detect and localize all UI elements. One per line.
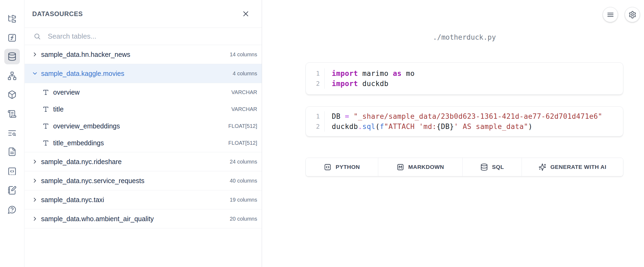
chevron-right-icon xyxy=(32,158,38,165)
rail-btn-dependencies[interactable] xyxy=(4,68,20,84)
column-name: title xyxy=(53,105,64,113)
text-type-icon xyxy=(42,89,49,96)
gear-icon xyxy=(628,11,636,19)
text-type-icon xyxy=(42,140,49,146)
rail-btn-logs[interactable] xyxy=(4,106,20,122)
rail-btn-file-tree[interactable] xyxy=(4,11,20,27)
rail-btn-documentation[interactable] xyxy=(4,144,20,160)
search-tables-input[interactable] xyxy=(47,32,256,41)
table-name: sample_data.nyc.taxi xyxy=(41,196,104,204)
chevron-down-icon xyxy=(32,70,38,77)
code-line: import duckdb xyxy=(332,79,415,89)
function-square-icon xyxy=(8,33,17,42)
table-column-count: 20 columns xyxy=(230,216,257,222)
notebook-filename: ./motherduck.py xyxy=(305,33,623,41)
table-name: sample_data.nyc.service_requests xyxy=(41,177,144,185)
add-sql-cell-button[interactable]: SQL xyxy=(463,158,522,176)
panel-title: DATASOURCES xyxy=(32,10,83,18)
code-cell[interactable]: 12import marimo as moimport duckdb xyxy=(305,62,623,95)
table-name: sample_data.hn.hacker_news xyxy=(41,51,130,58)
network-icon xyxy=(8,71,17,80)
app-root: DATASOURCES sample_data.hn.hacker_news14… xyxy=(0,0,644,267)
table-row[interactable]: sample_data.who.ambient_air_quality20 co… xyxy=(25,209,262,228)
table-column-count: 4 columns xyxy=(233,71,257,77)
code-area: DB = "_share/sample_data/23b0d623-1361-4… xyxy=(325,111,602,132)
table-column-count: 14 columns xyxy=(230,51,257,58)
code-area: import marimo as moimport duckdb xyxy=(325,68,415,89)
add-markdown-cell-button[interactable]: MARKDOWN xyxy=(378,158,463,176)
add-cell-bar: PYTHON MARKDOWN SQL GENERATE WITH AI xyxy=(305,158,623,176)
generate-with-ai-button[interactable]: GENERATE WITH AI xyxy=(522,158,623,176)
datasources-panel: DATASOURCES sample_data.hn.hacker_news14… xyxy=(25,0,262,267)
search-icon xyxy=(34,33,41,40)
rail-btn-function-square[interactable] xyxy=(4,30,20,46)
table-row[interactable]: sample_data.nyc.service_requests40 colum… xyxy=(25,171,262,190)
text-search-icon xyxy=(8,128,17,138)
sparkles-icon xyxy=(539,163,546,171)
column-name: overview xyxy=(53,88,80,96)
code-line: duckdb.sql(f"ATTACH 'md:{DB}' AS sample_… xyxy=(332,121,602,132)
rail-btn-help[interactable] xyxy=(4,202,20,217)
column-type: VARCHAR xyxy=(231,89,257,95)
close-icon xyxy=(242,10,249,17)
column-name: overview_embeddings xyxy=(53,122,120,130)
code-line: DB = "_share/sample_data/23b0d623-1361-4… xyxy=(332,111,602,121)
generate-with-ai-label: GENERATE WITH AI xyxy=(550,164,606,170)
table-name: sample_data.nyc.rideshare xyxy=(41,158,122,166)
notebook-content: ./motherduck.py 12import marimo as moimp… xyxy=(305,0,623,267)
rail-btn-scratchpad[interactable] xyxy=(4,183,20,198)
top-actions xyxy=(603,7,640,22)
scroll-text-icon xyxy=(8,109,17,118)
chevron-right-icon xyxy=(32,51,38,58)
rail-btn-datasources[interactable] xyxy=(4,49,20,64)
column-row[interactable]: title_embeddingsFLOAT[512] xyxy=(25,135,262,151)
text-type-icon xyxy=(42,106,49,113)
notebook-menu-button[interactable] xyxy=(603,7,618,22)
table-column-count: 24 columns xyxy=(230,159,257,165)
rail-btn-snippets[interactable] xyxy=(4,164,20,179)
table-column-count: 40 columns xyxy=(230,178,257,184)
column-name: title_embeddings xyxy=(53,139,104,147)
database-icon xyxy=(480,163,488,171)
file-text-icon xyxy=(8,147,17,156)
code-square-icon xyxy=(324,163,332,171)
rail-btn-text-search[interactable] xyxy=(4,125,20,141)
table-name: sample_data.kaggle.movies xyxy=(41,70,124,77)
rail-btn-packages[interactable] xyxy=(4,87,20,102)
chevron-right-icon xyxy=(32,216,38,222)
table-row[interactable]: sample_data.nyc.rideshare24 columns xyxy=(25,152,262,171)
add-python-label: PYTHON xyxy=(336,164,360,170)
add-python-cell-button[interactable]: PYTHON xyxy=(306,158,378,176)
close-panel-button[interactable] xyxy=(240,8,252,20)
column-row[interactable]: titleVARCHAR xyxy=(25,101,262,118)
table-row[interactable]: sample_data.nyc.taxi19 columns xyxy=(25,190,262,209)
column-type: FLOAT[512] xyxy=(228,140,257,146)
table-name: sample_data.who.ambient_air_quality xyxy=(41,215,154,223)
editor-main: ./motherduck.py 12import marimo as moimp… xyxy=(262,0,644,267)
column-row[interactable]: overviewVARCHAR xyxy=(25,84,262,101)
table-row[interactable]: sample_data.kaggle.movies4 columns xyxy=(25,64,262,83)
add-sql-label: SQL xyxy=(492,164,504,170)
code-cell[interactable]: 12DB = "_share/sample_data/23b0d623-1361… xyxy=(305,106,623,136)
markdown-square-icon xyxy=(396,163,404,171)
datasources-panel-header: DATASOURCES xyxy=(25,0,262,28)
column-row[interactable]: overview_embeddingsFLOAT[512] xyxy=(25,118,262,135)
chevron-right-icon xyxy=(32,196,38,203)
menu-icon xyxy=(606,11,614,19)
notebook-pen-icon xyxy=(8,186,17,195)
database-icon xyxy=(8,52,17,61)
table-columns-group: overviewVARCHARtitleVARCHARoverview_embe… xyxy=(25,83,262,152)
settings-button[interactable] xyxy=(625,7,640,22)
table-list: sample_data.hn.hacker_news14 columnssamp… xyxy=(25,45,262,228)
table-search-row xyxy=(25,28,262,45)
box-icon xyxy=(8,90,17,99)
line-number-gutter: 12 xyxy=(306,68,325,89)
line-number-gutter: 12 xyxy=(306,111,325,132)
chevron-right-icon xyxy=(32,177,38,184)
table-row[interactable]: sample_data.hn.hacker_news14 columns xyxy=(25,45,262,64)
code-square-dashed-icon xyxy=(8,167,17,176)
code-line: import marimo as mo xyxy=(332,68,415,79)
table-column-count: 19 columns xyxy=(230,197,257,203)
file-tree-icon xyxy=(8,14,17,23)
column-type: VARCHAR xyxy=(231,106,257,112)
